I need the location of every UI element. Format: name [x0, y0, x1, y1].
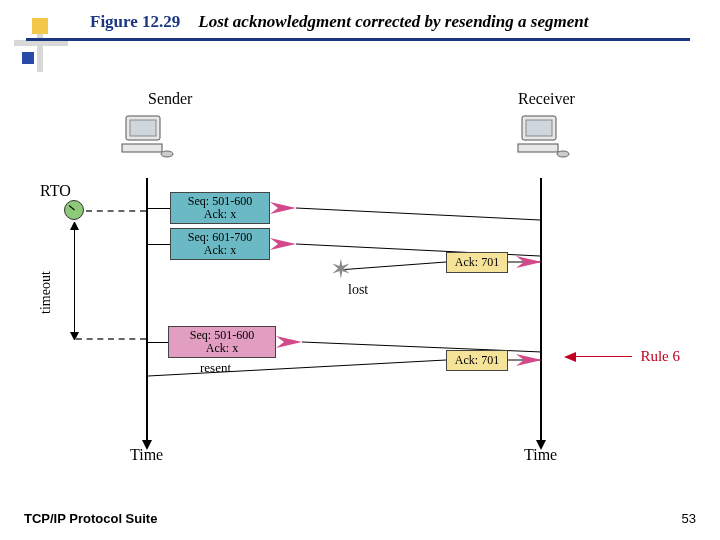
- svg-marker-14: [270, 202, 296, 214]
- svg-line-13: [296, 208, 540, 220]
- svg-rect-7: [122, 144, 162, 152]
- svg-marker-21: [276, 336, 302, 348]
- segment-2-ack: Ack: x: [175, 244, 265, 257]
- svg-rect-4: [22, 52, 34, 64]
- svg-point-12: [557, 151, 569, 157]
- figure-caption: Lost acknowledgment corrected by resendi…: [198, 12, 588, 31]
- svg-rect-6: [130, 120, 156, 136]
- sender-timeline: [146, 178, 148, 442]
- svg-marker-16: [270, 238, 296, 250]
- receiver-timeline: [540, 178, 542, 442]
- rto-label: RTO: [40, 182, 71, 200]
- rto-start-dash: [86, 210, 146, 212]
- seg2-line-left: [148, 244, 170, 245]
- footer-suite: TCP/IP Protocol Suite: [24, 511, 157, 526]
- figure-number: Figure 12.29: [90, 12, 180, 31]
- sender-label: Sender: [148, 90, 192, 108]
- segment-1: Seq: 501-600 Ack: x: [170, 192, 270, 224]
- timeout-track: [74, 226, 75, 334]
- lost-label: lost: [348, 282, 368, 298]
- ack1-arrow: [338, 256, 542, 276]
- slide-decor: [14, 18, 68, 76]
- segment-1-ack: Ack: x: [175, 208, 265, 221]
- segment-2: Seq: 601-700 Ack: x: [170, 228, 270, 260]
- title-underline: [26, 38, 690, 41]
- receiver-computer-icon: [516, 114, 564, 168]
- sender-time-label: Time: [130, 446, 163, 464]
- svg-rect-10: [526, 120, 552, 136]
- ack2-arrow: [148, 352, 542, 380]
- rule6-line: [572, 356, 632, 357]
- svg-rect-3: [32, 18, 48, 34]
- seg3-line-left: [148, 342, 168, 343]
- receiver-label: Receiver: [518, 90, 575, 108]
- seg1-arrow: [270, 202, 540, 226]
- svg-rect-11: [518, 144, 558, 152]
- timeout-label: timeout: [38, 271, 54, 314]
- timer-icon: [64, 200, 84, 220]
- diagram-area: Sender Receiver Time Time RTO timeout Se…: [40, 90, 680, 450]
- rule6-arrowhead: [564, 352, 576, 362]
- receiver-time-label: Time: [524, 446, 557, 464]
- page-number: 53: [682, 511, 696, 526]
- svg-line-17: [338, 262, 446, 270]
- svg-marker-25: [564, 352, 576, 362]
- sender-computer-icon: [120, 114, 168, 168]
- svg-line-22: [148, 360, 446, 376]
- svg-point-8: [161, 151, 173, 157]
- rto-end-dash: [76, 338, 146, 340]
- seg1-line-left: [148, 208, 170, 209]
- lost-star-icon: ✶: [330, 254, 352, 285]
- rule6-label: Rule 6: [640, 348, 680, 365]
- figure-title: Figure 12.29 Lost acknowledgment correct…: [90, 12, 690, 32]
